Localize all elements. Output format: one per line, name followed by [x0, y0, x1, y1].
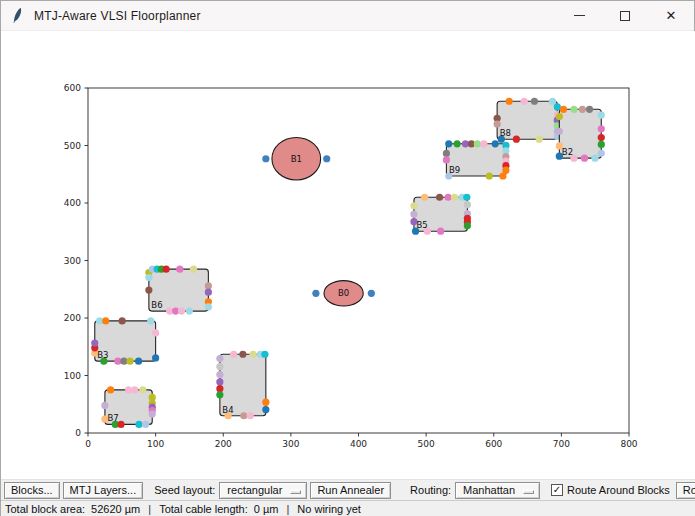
- block-B7[interactable]: B7: [101, 386, 156, 428]
- pin-dot: [135, 358, 142, 365]
- pin-dot: [586, 106, 593, 113]
- x-tick-label: 0: [85, 439, 91, 449]
- pin-dot: [149, 410, 156, 417]
- pin-dot: [216, 385, 223, 392]
- module-label: B1: [291, 154, 302, 164]
- pin-dot: [216, 371, 223, 378]
- y-tick-label: 300: [64, 256, 81, 266]
- pin-dot: [135, 421, 142, 428]
- pin-dot: [494, 120, 501, 127]
- pin-dot: [312, 290, 319, 297]
- status-separator: |: [148, 503, 151, 515]
- block-label: B7: [107, 413, 118, 423]
- maximize-button[interactable]: [602, 1, 648, 30]
- block-B6[interactable]: B6: [145, 266, 212, 315]
- pin-dot: [205, 303, 212, 310]
- block-label: B2: [562, 147, 573, 157]
- block-label: B4: [222, 405, 233, 415]
- run-annealer-button[interactable]: Run Annealer: [310, 482, 391, 499]
- pin-dot: [125, 386, 132, 393]
- pin-dot: [323, 155, 330, 162]
- pin-dot: [445, 194, 452, 201]
- block-B9[interactable]: B9: [443, 140, 510, 179]
- pin-dot: [486, 172, 493, 179]
- pin-dot: [454, 140, 461, 147]
- total-block-area-value: 52620 µm: [91, 503, 140, 515]
- block-B4[interactable]: B4: [216, 351, 269, 420]
- pin-dot: [556, 128, 563, 135]
- pin-dot: [531, 98, 538, 105]
- pin-dot: [464, 201, 471, 208]
- pin-dot: [216, 363, 223, 370]
- pin-dot: [247, 412, 254, 419]
- y-tick-label: 0: [75, 428, 81, 438]
- pin-dot: [139, 386, 146, 393]
- x-tick-label: 500: [418, 439, 435, 449]
- x-tick-label: 200: [215, 439, 232, 449]
- x-tick-label: 600: [485, 439, 502, 449]
- x-tick-label: 400: [350, 439, 367, 449]
- y-tick-label: 200: [64, 313, 81, 323]
- pin-dot: [152, 354, 159, 361]
- pin-dot: [239, 351, 246, 358]
- app-window: MTJ-Aware VLSI Floorplanner ✕ 0100200300…: [0, 0, 695, 516]
- total-block-area-label: Total block area:: [5, 503, 85, 515]
- plot-canvas[interactable]: 0100200300400500600700800010020030040050…: [1, 31, 695, 479]
- pin-dot: [598, 134, 605, 141]
- pin-dot: [410, 211, 417, 218]
- block-B8[interactable]: B8: [494, 98, 561, 143]
- block-B3[interactable]: B3: [91, 317, 159, 364]
- pin-dot: [190, 266, 197, 273]
- pin-dot: [142, 421, 149, 428]
- y-tick-label: 400: [64, 198, 81, 208]
- x-tick-label: 700: [553, 439, 570, 449]
- block-B2[interactable]: B2: [556, 106, 605, 162]
- pin-dot: [147, 317, 154, 324]
- pin-dot: [163, 266, 170, 273]
- pin-dot: [249, 351, 256, 358]
- module-B0[interactable]: B0: [312, 281, 375, 306]
- pin-dot: [560, 106, 567, 113]
- block-label: B9: [449, 165, 460, 175]
- toolbar: Blocks... MTJ Layers... Seed layout: rec…: [1, 479, 695, 500]
- pin-dot: [480, 140, 487, 147]
- close-button[interactable]: ✕: [648, 1, 694, 30]
- seed-layout-value: rectangular: [227, 484, 282, 496]
- routing-select[interactable]: Manhattan: [455, 482, 540, 499]
- pin-dot: [152, 329, 159, 336]
- y-tick-label: 500: [64, 141, 81, 151]
- pin-dot: [102, 317, 109, 324]
- blocks-button[interactable]: Blocks...: [4, 482, 60, 499]
- maximize-icon: [620, 11, 630, 21]
- pin-dot: [262, 155, 269, 162]
- pin-dot: [506, 98, 513, 105]
- pin-dot: [570, 106, 577, 113]
- total-cable-length-label: Total cable length:: [159, 503, 248, 515]
- seed-layout-select[interactable]: rectangular: [219, 482, 307, 499]
- pin-dot: [591, 155, 598, 162]
- pin-dot: [451, 194, 458, 201]
- x-tick-label: 100: [147, 439, 164, 449]
- wiring-status: No wiring yet: [297, 503, 361, 515]
- mtj-layers-button[interactable]: MTJ Layers...: [63, 482, 144, 499]
- pin-dot: [261, 351, 268, 358]
- module-B1[interactable]: B1: [262, 137, 330, 180]
- route-around-blocks-checkbox[interactable]: ✓ Route Around Blocks: [551, 484, 670, 496]
- minimize-button[interactable]: [556, 1, 602, 30]
- pin-dot: [205, 282, 212, 289]
- pin-dot: [492, 140, 499, 147]
- pin-dot: [410, 202, 417, 209]
- y-tick-label: 600: [64, 83, 81, 93]
- pin-dot: [549, 98, 556, 105]
- route-nets-button[interactable]: Route Nets: [676, 482, 695, 499]
- pin-dot: [513, 136, 520, 143]
- pin-dot: [101, 402, 108, 409]
- block-label: B8: [500, 128, 511, 138]
- pin-dot: [119, 317, 126, 324]
- pin-dot: [554, 103, 561, 110]
- x-tick-label: 800: [620, 439, 637, 449]
- floorplan-plot[interactable]: 0100200300400500600700800010020030040050…: [1, 31, 695, 479]
- block-B5[interactable]: B5: [410, 194, 471, 235]
- pin-dot: [437, 228, 444, 235]
- pin-dot: [107, 386, 114, 393]
